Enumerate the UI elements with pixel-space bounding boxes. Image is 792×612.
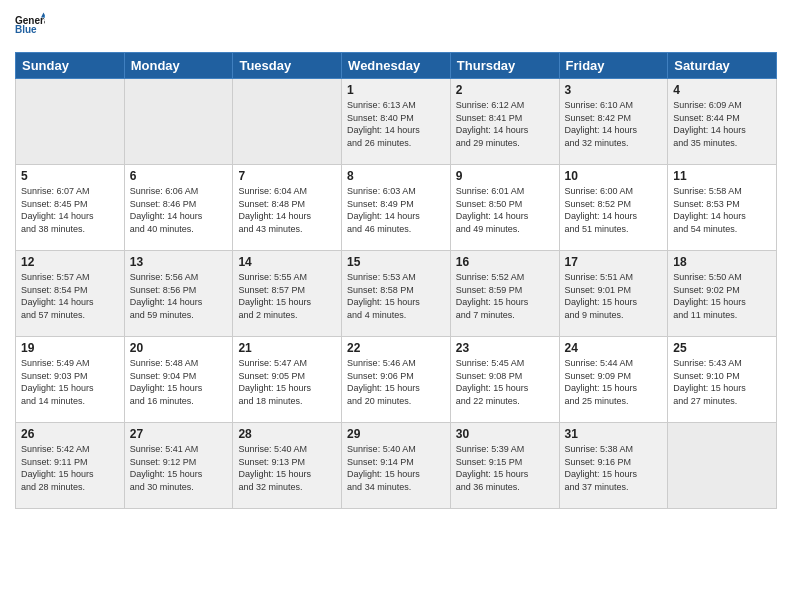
- day-number: 11: [673, 169, 771, 183]
- day-number: 17: [565, 255, 663, 269]
- day-info: Sunrise: 5:48 AM Sunset: 9:04 PM Dayligh…: [130, 357, 228, 407]
- day-number: 27: [130, 427, 228, 441]
- calendar-cell: 29Sunrise: 5:40 AM Sunset: 9:14 PM Dayli…: [342, 423, 451, 509]
- day-number: 22: [347, 341, 445, 355]
- day-number: 25: [673, 341, 771, 355]
- day-info: Sunrise: 5:49 AM Sunset: 9:03 PM Dayligh…: [21, 357, 119, 407]
- calendar-cell: 17Sunrise: 5:51 AM Sunset: 9:01 PM Dayli…: [559, 251, 668, 337]
- weekday-header-sunday: Sunday: [16, 53, 125, 79]
- day-info: Sunrise: 5:46 AM Sunset: 9:06 PM Dayligh…: [347, 357, 445, 407]
- calendar-cell: 11Sunrise: 5:58 AM Sunset: 8:53 PM Dayli…: [668, 165, 777, 251]
- day-number: 3: [565, 83, 663, 97]
- day-number: 29: [347, 427, 445, 441]
- calendar-cell: 10Sunrise: 6:00 AM Sunset: 8:52 PM Dayli…: [559, 165, 668, 251]
- calendar-cell: 2Sunrise: 6:12 AM Sunset: 8:41 PM Daylig…: [450, 79, 559, 165]
- day-info: Sunrise: 6:01 AM Sunset: 8:50 PM Dayligh…: [456, 185, 554, 235]
- weekday-header-friday: Friday: [559, 53, 668, 79]
- svg-text:Blue: Blue: [15, 24, 37, 35]
- day-number: 10: [565, 169, 663, 183]
- day-info: Sunrise: 5:53 AM Sunset: 8:58 PM Dayligh…: [347, 271, 445, 321]
- day-info: Sunrise: 5:41 AM Sunset: 9:12 PM Dayligh…: [130, 443, 228, 493]
- calendar-cell: [233, 79, 342, 165]
- day-number: 4: [673, 83, 771, 97]
- day-info: Sunrise: 5:38 AM Sunset: 9:16 PM Dayligh…: [565, 443, 663, 493]
- week-row-1: 1Sunrise: 6:13 AM Sunset: 8:40 PM Daylig…: [16, 79, 777, 165]
- logo-icon: General Blue: [15, 10, 45, 40]
- day-info: Sunrise: 6:12 AM Sunset: 8:41 PM Dayligh…: [456, 99, 554, 149]
- calendar-cell: [16, 79, 125, 165]
- calendar-cell: 18Sunrise: 5:50 AM Sunset: 9:02 PM Dayli…: [668, 251, 777, 337]
- calendar-cell: 3Sunrise: 6:10 AM Sunset: 8:42 PM Daylig…: [559, 79, 668, 165]
- page: General Blue SundayMondayTuesdayWednesda…: [0, 0, 792, 612]
- day-info: Sunrise: 5:43 AM Sunset: 9:10 PM Dayligh…: [673, 357, 771, 407]
- day-number: 31: [565, 427, 663, 441]
- day-number: 6: [130, 169, 228, 183]
- calendar-cell: 27Sunrise: 5:41 AM Sunset: 9:12 PM Dayli…: [124, 423, 233, 509]
- weekday-header-saturday: Saturday: [668, 53, 777, 79]
- calendar-cell: 20Sunrise: 5:48 AM Sunset: 9:04 PM Dayli…: [124, 337, 233, 423]
- day-info: Sunrise: 6:13 AM Sunset: 8:40 PM Dayligh…: [347, 99, 445, 149]
- day-number: 24: [565, 341, 663, 355]
- day-info: Sunrise: 5:45 AM Sunset: 9:08 PM Dayligh…: [456, 357, 554, 407]
- week-row-5: 26Sunrise: 5:42 AM Sunset: 9:11 PM Dayli…: [16, 423, 777, 509]
- calendar-cell: 13Sunrise: 5:56 AM Sunset: 8:56 PM Dayli…: [124, 251, 233, 337]
- week-row-4: 19Sunrise: 5:49 AM Sunset: 9:03 PM Dayli…: [16, 337, 777, 423]
- day-number: 9: [456, 169, 554, 183]
- calendar-cell: 22Sunrise: 5:46 AM Sunset: 9:06 PM Dayli…: [342, 337, 451, 423]
- calendar-cell: 21Sunrise: 5:47 AM Sunset: 9:05 PM Dayli…: [233, 337, 342, 423]
- calendar: SundayMondayTuesdayWednesdayThursdayFrid…: [15, 52, 777, 509]
- calendar-cell: 6Sunrise: 6:06 AM Sunset: 8:46 PM Daylig…: [124, 165, 233, 251]
- calendar-cell: 7Sunrise: 6:04 AM Sunset: 8:48 PM Daylig…: [233, 165, 342, 251]
- day-info: Sunrise: 5:47 AM Sunset: 9:05 PM Dayligh…: [238, 357, 336, 407]
- day-info: Sunrise: 6:03 AM Sunset: 8:49 PM Dayligh…: [347, 185, 445, 235]
- day-number: 28: [238, 427, 336, 441]
- day-number: 15: [347, 255, 445, 269]
- day-number: 13: [130, 255, 228, 269]
- calendar-cell: 26Sunrise: 5:42 AM Sunset: 9:11 PM Dayli…: [16, 423, 125, 509]
- day-number: 16: [456, 255, 554, 269]
- day-number: 7: [238, 169, 336, 183]
- day-info: Sunrise: 6:10 AM Sunset: 8:42 PM Dayligh…: [565, 99, 663, 149]
- week-row-3: 12Sunrise: 5:57 AM Sunset: 8:54 PM Dayli…: [16, 251, 777, 337]
- day-number: 14: [238, 255, 336, 269]
- day-number: 21: [238, 341, 336, 355]
- day-info: Sunrise: 5:52 AM Sunset: 8:59 PM Dayligh…: [456, 271, 554, 321]
- weekday-header-monday: Monday: [124, 53, 233, 79]
- calendar-cell: 4Sunrise: 6:09 AM Sunset: 8:44 PM Daylig…: [668, 79, 777, 165]
- day-info: Sunrise: 6:09 AM Sunset: 8:44 PM Dayligh…: [673, 99, 771, 149]
- day-number: 26: [21, 427, 119, 441]
- calendar-cell: 25Sunrise: 5:43 AM Sunset: 9:10 PM Dayli…: [668, 337, 777, 423]
- calendar-cell: 1Sunrise: 6:13 AM Sunset: 8:40 PM Daylig…: [342, 79, 451, 165]
- day-number: 20: [130, 341, 228, 355]
- calendar-cell: 14Sunrise: 5:55 AM Sunset: 8:57 PM Dayli…: [233, 251, 342, 337]
- day-number: 23: [456, 341, 554, 355]
- day-number: 12: [21, 255, 119, 269]
- day-info: Sunrise: 5:57 AM Sunset: 8:54 PM Dayligh…: [21, 271, 119, 321]
- header: General Blue: [15, 10, 777, 44]
- day-info: Sunrise: 6:06 AM Sunset: 8:46 PM Dayligh…: [130, 185, 228, 235]
- day-number: 19: [21, 341, 119, 355]
- weekday-header-thursday: Thursday: [450, 53, 559, 79]
- day-info: Sunrise: 5:39 AM Sunset: 9:15 PM Dayligh…: [456, 443, 554, 493]
- logo: General Blue: [15, 10, 45, 44]
- day-number: 2: [456, 83, 554, 97]
- day-number: 1: [347, 83, 445, 97]
- day-info: Sunrise: 5:58 AM Sunset: 8:53 PM Dayligh…: [673, 185, 771, 235]
- day-info: Sunrise: 5:44 AM Sunset: 9:09 PM Dayligh…: [565, 357, 663, 407]
- calendar-cell: 15Sunrise: 5:53 AM Sunset: 8:58 PM Dayli…: [342, 251, 451, 337]
- day-info: Sunrise: 5:56 AM Sunset: 8:56 PM Dayligh…: [130, 271, 228, 321]
- day-info: Sunrise: 5:51 AM Sunset: 9:01 PM Dayligh…: [565, 271, 663, 321]
- day-info: Sunrise: 5:42 AM Sunset: 9:11 PM Dayligh…: [21, 443, 119, 493]
- weekday-header-wednesday: Wednesday: [342, 53, 451, 79]
- day-info: Sunrise: 5:50 AM Sunset: 9:02 PM Dayligh…: [673, 271, 771, 321]
- day-number: 8: [347, 169, 445, 183]
- calendar-cell: 19Sunrise: 5:49 AM Sunset: 9:03 PM Dayli…: [16, 337, 125, 423]
- calendar-cell: 9Sunrise: 6:01 AM Sunset: 8:50 PM Daylig…: [450, 165, 559, 251]
- weekday-header-row: SundayMondayTuesdayWednesdayThursdayFrid…: [16, 53, 777, 79]
- calendar-cell: 28Sunrise: 5:40 AM Sunset: 9:13 PM Dayli…: [233, 423, 342, 509]
- day-info: Sunrise: 6:07 AM Sunset: 8:45 PM Dayligh…: [21, 185, 119, 235]
- day-number: 18: [673, 255, 771, 269]
- calendar-cell: [668, 423, 777, 509]
- calendar-cell: 30Sunrise: 5:39 AM Sunset: 9:15 PM Dayli…: [450, 423, 559, 509]
- day-info: Sunrise: 5:40 AM Sunset: 9:13 PM Dayligh…: [238, 443, 336, 493]
